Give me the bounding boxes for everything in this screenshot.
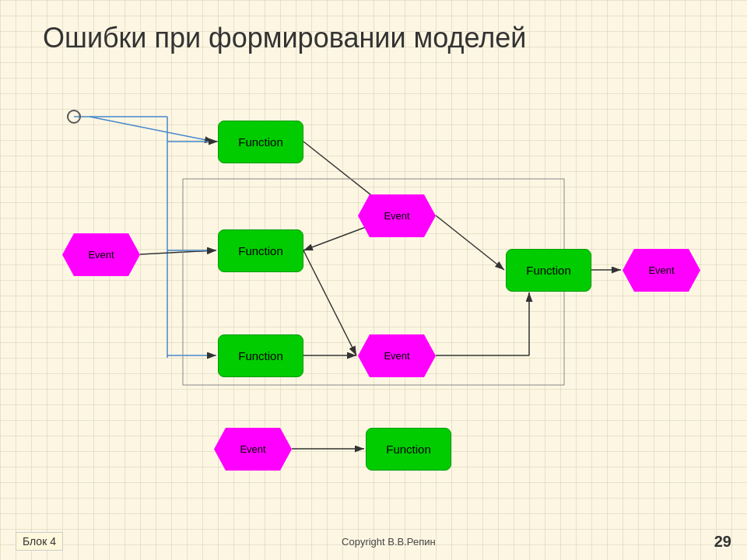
func1-box: Function <box>218 121 303 163</box>
svg-line-5 <box>140 250 216 254</box>
event3-hex: Event <box>358 334 436 377</box>
page-title: Ошибки при формировании моделей <box>43 22 526 54</box>
svg-line-10 <box>436 215 504 270</box>
event5-hex: Event <box>622 249 700 292</box>
func3-box: Function <box>218 334 303 377</box>
block-label: Блок 4 <box>16 532 63 551</box>
func2-box: Function <box>218 229 303 272</box>
event1-hex: Event <box>62 233 140 276</box>
page-content: Ошибки при формировании моделей <box>0 0 747 560</box>
footer: Блок 4 Copyright В.В.Репин 29 <box>0 532 747 551</box>
func5-box: Function <box>366 428 451 471</box>
svg-line-11 <box>303 250 356 355</box>
svg-line-1 <box>89 117 214 142</box>
event2-hex: Event <box>358 194 436 237</box>
diagram: Function Function Function Function Func… <box>31 78 716 513</box>
start-node <box>67 110 81 124</box>
copyright: Copyright В.В.Репин <box>342 536 436 548</box>
func4-box: Function <box>506 249 591 292</box>
event4-hex: Event <box>214 428 292 471</box>
page-number: 29 <box>714 533 731 551</box>
